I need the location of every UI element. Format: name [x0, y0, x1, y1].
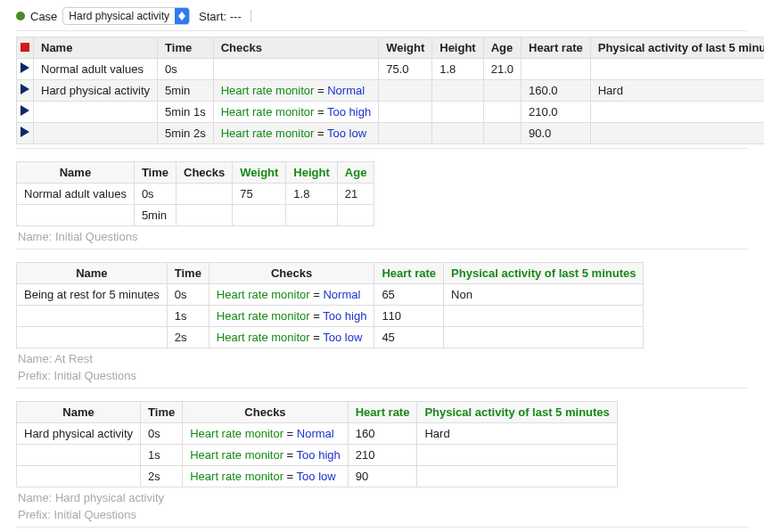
section-table: NameTimeChecksHeart ratePhysical activit… — [16, 262, 644, 348]
cell-height — [432, 102, 483, 123]
cell-checks: Heart rate monitor = Normal — [209, 284, 374, 306]
main-col-name: Name — [34, 37, 158, 59]
play-cell[interactable] — [17, 123, 34, 144]
check-eq: = — [314, 105, 327, 119]
cell-time: 5min 2s — [158, 123, 214, 144]
cell-age — [483, 123, 521, 144]
cell-weight — [379, 80, 432, 102]
check-value: Normal — [323, 288, 360, 301]
main-col-pa: Physical activity of last 5 minutes — [590, 37, 764, 59]
cell-pa — [590, 102, 764, 123]
main-table-header-marker — [17, 37, 34, 59]
header-bar: Case Hard physical activity Start: --- — [16, 7, 748, 25]
main-table: Name Time Checks Weight Height Age Heart… — [16, 37, 764, 144]
cell-time: 5min 1s — [158, 102, 214, 123]
check-value: Too high — [327, 105, 371, 119]
section-row: Hard physical activity0sHeart rate monit… — [17, 423, 618, 445]
main-col-checks: Checks — [213, 37, 379, 59]
cell-time: 0s — [141, 423, 183, 445]
check-value: Normal — [297, 427, 334, 440]
cell-checks: Heart rate monitor = Too low — [213, 123, 379, 144]
cell-time: 5min — [134, 205, 176, 226]
cell-pa: Hard — [590, 80, 764, 102]
section-col-green: Weight — [233, 162, 286, 184]
cell-value: 75 — [233, 184, 286, 205]
cell-age — [483, 80, 521, 102]
cell-time: 0s — [134, 184, 176, 205]
check-name: Heart rate monitor — [217, 288, 310, 301]
cell-value: 1.8 — [286, 184, 337, 205]
cell-value — [417, 466, 617, 487]
case-select-button[interactable] — [175, 8, 189, 24]
play-icon — [21, 105, 29, 116]
cell-value: 210 — [348, 445, 417, 466]
check-eq: = — [310, 309, 324, 323]
check-value: Too low — [297, 470, 336, 483]
main-table-header-row: Name Time Checks Weight Height Age Heart… — [17, 37, 765, 59]
cell-name — [34, 123, 158, 144]
check-value: Too low — [323, 331, 362, 344]
play-cell[interactable] — [17, 80, 34, 102]
check-eq: = — [314, 84, 327, 97]
cell-weight — [379, 123, 432, 144]
check-name: Heart rate monitor — [190, 448, 283, 462]
play-cell[interactable] — [17, 59, 34, 80]
case-select[interactable]: Hard physical activity — [62, 7, 190, 25]
section-col-green: Age — [337, 162, 374, 184]
check-eq: = — [283, 427, 297, 440]
section-caption: Prefix: Initial Questions — [18, 508, 748, 521]
section-col-green: Heart rate — [374, 263, 444, 284]
cell-hr: 90.0 — [522, 123, 591, 144]
check-name: Heart rate monitor — [221, 105, 315, 119]
cell-name — [17, 445, 141, 466]
cell-value: 65 — [374, 284, 444, 306]
cell-value: Non — [444, 284, 644, 306]
section-col: Time — [167, 263, 209, 284]
cell-pa — [590, 59, 764, 80]
section-header-row: NameTimeChecksHeart ratePhysical activit… — [17, 402, 618, 423]
cell-age — [483, 102, 521, 123]
cell-value — [444, 327, 644, 348]
section-col: Time — [134, 162, 176, 184]
play-icon — [21, 62, 29, 73]
check-value: Normal — [327, 84, 365, 97]
cell-name: Hard physical activity — [34, 80, 158, 102]
section-col-green: Height — [286, 162, 337, 184]
cell-checks: Heart rate monitor = Too low — [183, 466, 349, 487]
main-col-age: Age — [483, 37, 521, 59]
cell-value: 90 — [348, 466, 417, 487]
cell-value — [417, 445, 617, 466]
cell-value — [233, 205, 286, 226]
main-col-hr: Heart rate — [522, 37, 591, 59]
cell-value — [444, 306, 644, 327]
case-label: Case — [30, 10, 57, 23]
section-hard: NameTimeChecksHeart ratePhysical activit… — [16, 401, 748, 521]
section-col: Name — [17, 263, 168, 284]
cell-value — [337, 205, 374, 226]
section-caption: Prefix: Initial Questions — [18, 369, 748, 382]
stop-icon[interactable] — [21, 43, 29, 52]
cell-height — [432, 80, 483, 102]
cell-name — [17, 466, 141, 487]
section-header-row: NameTimeChecksWeightHeightAge — [17, 162, 374, 184]
cell-height — [432, 123, 483, 144]
play-cell[interactable] — [17, 102, 34, 123]
main-col-weight: Weight — [379, 37, 432, 59]
status-dot-icon — [16, 12, 25, 20]
section-col: Checks — [183, 402, 349, 423]
chevron-down-icon — [178, 16, 185, 20]
cell-time: 1s — [141, 445, 183, 466]
cell-height: 1.8 — [432, 59, 483, 80]
case-select-value: Hard physical activity — [63, 8, 175, 24]
section-row: Being at rest for 5 minutes0sHeart rate … — [17, 284, 644, 306]
cell-time: 0s — [167, 284, 209, 306]
cell-checks: Heart rate monitor = Too high — [213, 102, 379, 123]
check-eq: = — [314, 127, 327, 140]
check-eq: = — [310, 331, 324, 344]
section-table: NameTimeChecksWeightHeightAgeNormal adul… — [16, 161, 374, 226]
section-caption: Name: Initial Questions — [18, 230, 748, 243]
check-name: Heart rate monitor — [221, 127, 315, 140]
section-col: Time — [141, 402, 183, 423]
separator — [16, 30, 748, 31]
check-name: Heart rate monitor — [221, 84, 315, 97]
